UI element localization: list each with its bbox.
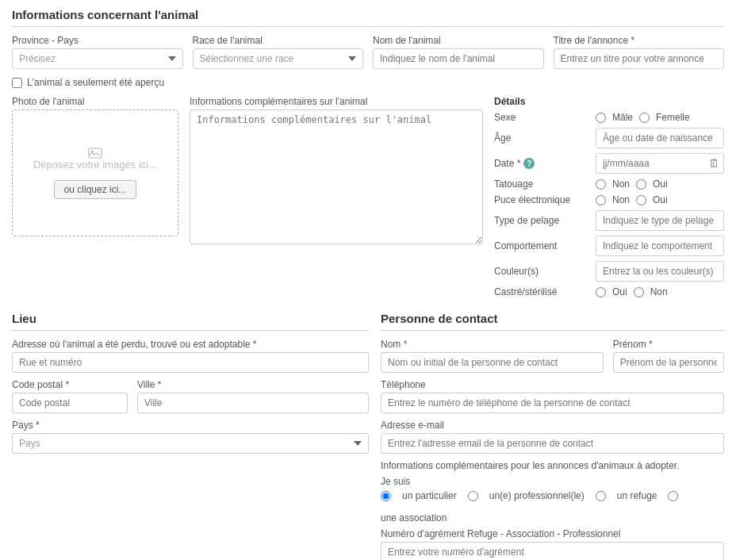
titre-input[interactable] xyxy=(554,48,725,69)
email-input[interactable] xyxy=(381,433,724,454)
puce-oui-label: Oui xyxy=(653,194,668,205)
calendar-icon[interactable]: 🗓 xyxy=(708,157,719,170)
je-suis-refuge-radio[interactable] xyxy=(596,491,606,501)
contact-nom-label: Nom * xyxy=(381,339,604,350)
complement-section: Informations complémentaires sur l'anima… xyxy=(190,96,483,247)
contact-nom-input[interactable] xyxy=(381,352,604,373)
adresse-field: Adresse où l'animal a été perdu, trouvé … xyxy=(12,339,369,373)
photo-dropzone[interactable]: Déposez votre images ici... ou cliquez i… xyxy=(12,109,178,236)
photo-label: Photo de l'animal xyxy=(12,96,178,107)
tel-label: Téléphone xyxy=(381,379,724,390)
tatouage-oui-label: Oui xyxy=(653,178,668,190)
complement-textarea[interactable] xyxy=(190,109,483,244)
date-tooltip-icon: ? xyxy=(523,158,535,169)
comportement-label: Comportement xyxy=(494,240,589,251)
pays-label: Pays * xyxy=(12,420,369,431)
tatouage-non-radio[interactable] xyxy=(596,179,606,190)
adresse-label: Adresse où l'animal a été perdu, trouvé … xyxy=(12,339,369,350)
tatouage-group: Non Oui xyxy=(596,178,724,190)
castre-oui-radio[interactable] xyxy=(596,287,606,297)
puce-oui-radio[interactable] xyxy=(636,195,646,205)
pelage-input[interactable] xyxy=(596,210,724,231)
email-label: Adresse e-mail xyxy=(381,420,724,431)
je-suis-group: un particulier un(e) professionnel(le) u… xyxy=(381,490,724,524)
titre-label: Titre de l'annonce * xyxy=(554,35,725,46)
je-suis-professionnel-label: un(e) professionnel(le) xyxy=(489,490,585,501)
contact-prenom-field: Prénom * xyxy=(613,339,724,373)
titre-field: Titre de l'annonce * xyxy=(554,35,725,69)
tel-input[interactable] xyxy=(381,393,724,413)
contact-prenom-input[interactable] xyxy=(613,352,724,373)
nom-label: Nom de l'animal xyxy=(373,35,544,46)
je-suis-particulier-label: un particulier xyxy=(402,490,457,501)
age-input[interactable] xyxy=(596,128,724,148)
je-suis-refuge-label: un refuge xyxy=(617,490,657,501)
ville-field: Ville * xyxy=(137,379,369,413)
photo-section: Photo de l'animal Déposez votre images i… xyxy=(12,96,178,236)
photo-click-btn[interactable]: ou cliquez ici... xyxy=(54,180,137,199)
je-suis-particulier-radio[interactable] xyxy=(381,491,391,501)
code-postal-label: Code postal * xyxy=(12,379,128,390)
puce-non-label: Non xyxy=(612,194,630,205)
ville-input[interactable] xyxy=(137,393,369,413)
date-label: Date * ? xyxy=(494,158,589,169)
apercu-row: L'animal a seulement été aperçu xyxy=(12,77,724,88)
castre-group: Oui Non xyxy=(596,286,724,297)
animal-info-title: Informations concernant l'animal xyxy=(12,8,724,27)
contact-section: Personne de contact Nom * Prénom * Télép… xyxy=(381,312,724,560)
je-suis-field: Je suis un particulier un(e) professionn… xyxy=(381,476,724,524)
comportement-input[interactable] xyxy=(596,236,724,256)
puce-label: Puce électronique xyxy=(494,194,589,205)
puce-non-radio[interactable] xyxy=(596,195,606,205)
je-suis-professionnel-radio[interactable] xyxy=(468,491,478,501)
code-postal-input[interactable] xyxy=(12,393,128,413)
castre-label: Castré/stérilisé xyxy=(494,286,589,297)
sexe-label: Sexe xyxy=(494,112,589,123)
lieu-title: Lieu xyxy=(12,312,369,331)
puce-group: Non Oui xyxy=(596,194,724,205)
tatouage-non-label: Non xyxy=(612,178,630,190)
sexe-femelle-label: Femelle xyxy=(656,112,690,123)
tel-field: Téléphone xyxy=(381,379,724,413)
age-label: Âge xyxy=(494,132,589,144)
lieu-section: Lieu Adresse où l'animal a été perdu, tr… xyxy=(12,312,369,560)
castre-non-radio[interactable] xyxy=(634,287,644,297)
ville-label: Ville * xyxy=(137,379,369,390)
date-wrapper: 🗓 xyxy=(596,153,724,174)
nom-field: Nom de l'animal xyxy=(373,35,544,69)
animal-info-section: Informations concernant l'animal Provinc… xyxy=(12,8,724,297)
apercu-label: L'animal a seulement été aperçu xyxy=(27,77,164,88)
bottom-sections: Lieu Adresse où l'animal a été perdu, tr… xyxy=(12,312,724,560)
apercu-checkbox[interactable] xyxy=(12,78,22,88)
agrement-input[interactable] xyxy=(381,542,724,560)
agrement-label: Numéro d'agrément Refuge - Association -… xyxy=(381,528,724,539)
pays-field: Pays * Pays xyxy=(12,420,369,454)
email-field: Adresse e-mail xyxy=(381,420,724,454)
sexe-group: Mâle Femelle xyxy=(596,112,724,123)
info-adoption-text: Informations complémentaires pour les an… xyxy=(381,460,724,471)
image-icon xyxy=(88,148,102,159)
sexe-femelle-radio[interactable] xyxy=(639,113,650,123)
nom-input[interactable] xyxy=(373,48,544,69)
castre-non-label: Non xyxy=(650,286,668,297)
race-field: Race de l'animal Sélectionnez une race xyxy=(193,35,364,69)
contact-prenom-label: Prénom * xyxy=(613,339,724,350)
adresse-input[interactable] xyxy=(12,352,369,373)
couleurs-label: Couleur(s) xyxy=(494,266,589,277)
date-input[interactable] xyxy=(596,153,724,174)
code-postal-field: Code postal * xyxy=(12,379,128,413)
je-suis-label: Je suis xyxy=(381,476,724,487)
je-suis-association-radio[interactable] xyxy=(668,491,678,501)
province-field: Province - Pays Précisez xyxy=(12,35,183,69)
race-label: Race de l'animal xyxy=(193,35,364,46)
photo-drop-text: Déposez votre images ici... xyxy=(33,159,157,171)
complement-label: Informations complémentaires sur l'anima… xyxy=(190,96,483,107)
details-section: Détails Sexe Mâle Femelle Âge Date * ? xyxy=(494,96,724,297)
sexe-male-label: Mâle xyxy=(612,112,633,123)
pays-select[interactable]: Pays xyxy=(12,433,369,454)
sexe-male-radio[interactable] xyxy=(596,113,606,123)
province-select[interactable]: Précisez xyxy=(12,48,183,69)
race-select[interactable]: Sélectionnez une race xyxy=(193,48,364,69)
tatouage-oui-radio[interactable] xyxy=(636,179,646,190)
couleurs-input[interactable] xyxy=(596,261,724,282)
